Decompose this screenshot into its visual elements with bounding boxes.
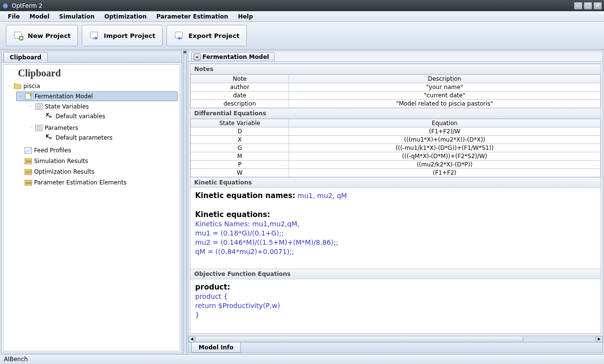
kinetic-line: mu2 = (0.146*M)/((1.5+M)+(M*M)/8.86);; <box>195 238 338 246</box>
bottom-tab-row: Model Info <box>188 342 603 353</box>
close-button[interactable]: ✕ <box>593 2 602 10</box>
export-project-button[interactable]: Export Project <box>166 25 247 46</box>
tab-model-info[interactable]: Model Info <box>191 343 241 353</box>
kinetic-names-label: Kinetic equation names: <box>195 191 295 200</box>
svg-text:SIM: SIM <box>26 160 31 163</box>
table-row[interactable]: D(F1+F2)/W <box>191 127 601 136</box>
expand-toggle-icon[interactable]: ◦ <box>18 94 23 99</box>
menu-model[interactable]: Model <box>25 12 55 21</box>
close-tab-icon[interactable]: ✕ <box>194 54 201 60</box>
menu-file[interactable]: File <box>3 12 25 21</box>
menu-parameter-estimation[interactable]: Parameter Estimation <box>151 12 233 21</box>
kinetic-eq-label: Kinetic equations: <box>195 210 270 219</box>
project-tree: ◦ piscia ◦ Fermentation Model <box>5 81 178 189</box>
tree-node-simulation-results[interactable]: SIM Simulation Results <box>16 157 178 165</box>
svg-rect-8 <box>25 147 32 153</box>
table-row[interactable]: description"Model related to piscia past… <box>191 100 601 108</box>
kinetic-line: mu1 = (0.18*G)/(0.1+G);; <box>195 229 284 237</box>
table-row[interactable]: X(((mu1*X)+(mu2*X))-(D*X)) <box>191 136 601 144</box>
new-project-button[interactable]: New Project <box>6 25 78 46</box>
expand-toggle-icon[interactable]: ◦ <box>7 84 12 89</box>
svg-text:PAR: PAR <box>26 181 32 184</box>
status-bar: AIBench <box>0 354 604 364</box>
kinetic-names: mu1, mu2, qM <box>297 192 347 200</box>
notes-col-desc: Description <box>289 75 601 83</box>
table-row[interactable]: M(((-qM*X)-(D*M))+(F2*S2)/W) <box>191 152 601 161</box>
menu-simulation[interactable]: Simulation <box>55 12 100 21</box>
xn-icon: Xn <box>46 112 54 120</box>
table-row[interactable]: P((mu2/k2*X)-(D*P)) <box>191 161 601 169</box>
scroll-left-icon[interactable]: ◀ <box>188 336 195 342</box>
document-tab-row: ✕ Fermentation Model <box>188 52 603 62</box>
horizontal-scrollbar[interactable]: ◀ ▶ <box>188 335 603 342</box>
split-handle[interactable] <box>183 50 187 354</box>
tree-label: Fermentation Model <box>35 93 93 100</box>
export-project-label: Export Project <box>188 32 239 39</box>
clipboard-tab[interactable]: Clipboard <box>3 52 48 62</box>
tree-node-parameters[interactable]: ◦ Parameters <box>27 124 178 132</box>
objective-line: return $Productivity(P,w) <box>195 302 280 309</box>
svg-text:OPT: OPT <box>26 170 32 174</box>
par-icon: PAR <box>24 179 32 186</box>
tree-label: Default parameters <box>55 134 112 141</box>
document-tab-label: Fermentation Model <box>202 54 269 60</box>
expand-toggle-icon[interactable]: ◦ <box>28 126 33 130</box>
maximize-button[interactable]: ▢ <box>584 2 592 10</box>
table-row[interactable]: G(((-mu1/k1*X)-(D*G))+(F1/W*S1)) <box>191 144 601 152</box>
sim-icon: SIM <box>24 157 32 165</box>
clipboard-body: Clipboard ◦ piscia ◦ Fermentation Mod <box>3 64 180 351</box>
expand-toggle-icon[interactable]: ◦ <box>28 104 33 109</box>
tree-label: State Variables <box>45 103 89 110</box>
tree-label: piscia <box>23 83 40 90</box>
objective-block: product: product { return $Productivity(… <box>190 279 601 334</box>
tree-node-default-parameters[interactable]: Kn Default parameters <box>37 133 178 142</box>
model-icon <box>25 92 33 100</box>
opt-icon: OPT <box>24 168 32 176</box>
tree-label: Default variables <box>55 113 105 120</box>
new-project-label: New Project <box>28 32 71 39</box>
export-project-icon <box>174 30 184 41</box>
clipboard-tab-row: Clipboard <box>1 51 182 63</box>
section-notes-header: Notes <box>190 64 601 74</box>
scroll-right-icon[interactable]: ▶ <box>596 336 603 342</box>
toolbar: New Project Import Project Export Projec… <box>0 22 604 50</box>
kinetic-block: Kinetic equation names: mu1, mu2, qM Kin… <box>190 188 601 269</box>
diffeq-table: State Variable Equation D(F1+F2)/W X(((m… <box>190 119 601 177</box>
tree-node-param-est-elements[interactable]: PAR Parameter Estimation Elements <box>16 178 178 187</box>
clipboard-heading: Clipboard <box>5 68 178 81</box>
kinetic-line: Kinetics Names: mu1,mu2,qM, <box>195 220 299 228</box>
diffeq-col-var: State Variable <box>191 119 289 127</box>
editor-panel: ✕ Fermentation Model Notes Note Descript… <box>188 51 603 353</box>
scroll-thumb[interactable] <box>196 337 523 342</box>
tree-node-piscia[interactable]: ◦ piscia <box>5 82 178 91</box>
menu-optimization[interactable]: Optimization <box>99 12 151 21</box>
objective-line: product { <box>195 292 228 300</box>
status-text: AIBench <box>4 356 28 363</box>
import-project-button[interactable]: Import Project <box>82 25 163 46</box>
window-title: OptFerm 2 <box>12 2 574 9</box>
table-row[interactable]: W(F1+F2) <box>191 169 601 177</box>
kinetic-line: qM = ((0.84*mu2)+0.0071);; <box>195 248 294 255</box>
import-project-label: Import Project <box>104 32 155 39</box>
menu-help[interactable]: Help <box>233 12 258 21</box>
tree-node-feed-profiles[interactable]: Feed Profiles <box>16 146 178 155</box>
app-icon <box>2 2 9 9</box>
tree-label: Parameters <box>45 125 78 131</box>
notes-table: Note Description author"your name" date"… <box>190 74 601 108</box>
feed-profiles-icon <box>24 146 32 154</box>
tree-label: Feed Profiles <box>34 147 71 154</box>
table-row[interactable]: author"your name" <box>191 83 601 91</box>
scroll-track[interactable] <box>195 336 596 342</box>
tree-node-fermentation-model[interactable]: ◦ Fermentation Model <box>16 91 178 101</box>
tree-label: Simulation Results <box>34 158 88 164</box>
tree-node-default-variables[interactable]: Xn Default variables <box>37 112 178 121</box>
svg-rect-4 <box>175 32 183 38</box>
table-row[interactable]: date"current date" <box>191 91 601 100</box>
minimize-button[interactable]: — <box>574 2 583 10</box>
tree-node-state-variables[interactable]: ◦ State Variables <box>27 102 178 111</box>
section-kinetic-header: Kinetic Equations <box>190 177 601 188</box>
document-tab-fermentation-model[interactable]: ✕ Fermentation Model <box>191 52 275 61</box>
diffeq-col-eq: Equation <box>289 119 601 127</box>
svg-point-0 <box>3 3 8 8</box>
tree-node-optimization-results[interactable]: OPT Optimization Results <box>16 167 178 176</box>
